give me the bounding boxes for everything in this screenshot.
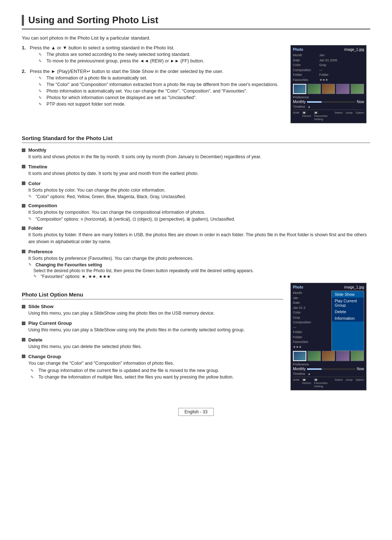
device-key-2: ■ — [302, 379, 306, 381]
sort-composition-subnote: "Composition" options: ≡ (horizontal), ⊞… — [36, 217, 235, 222]
photo-ui-header-2: Photo image_1.jpg — [293, 285, 364, 289]
intro-text: You can sort photos in the Photo List by… — [22, 35, 370, 41]
sort-composition-name: Composition — [28, 203, 57, 208]
thumb2-5 — [351, 351, 364, 361]
info-comp: — — [319, 68, 345, 73]
footer2-jump: Jump — [346, 378, 353, 388]
photo-label-1: Photo — [293, 48, 303, 52]
menu-slideshow: Slide Show — [332, 291, 364, 298]
opt-play-current-desc: Using this menu, you can play a SlideSho… — [28, 327, 283, 334]
step-1-content: Press the ▲ or ▼ button to select a sort… — [30, 45, 204, 65]
photo-thumbnails-1 — [293, 84, 364, 94]
photo-label-2: Photo — [293, 285, 303, 289]
timeline-row: Timeline ▲ — [293, 105, 364, 109]
page-footer: English - 33 — [22, 408, 370, 416]
sort-folder: Folder It Sorts photos by folder. If the… — [22, 225, 370, 245]
footer2-option: Option — [355, 378, 364, 388]
timeline-row-2: Timeline ▲ — [293, 372, 364, 376]
photo-ui-box-2: Photo image_1.jpg Month Jan Date Jan 01 … — [290, 283, 367, 390]
note-icon-5: ✎ — [38, 89, 44, 94]
fav-key: ■ — [314, 111, 318, 114]
photo-ui2-main: Month Jan Date Jan 01 2 Color Gray Compo… — [293, 291, 364, 351]
menu-play-current: Play Current Group — [332, 298, 364, 308]
thumb-4 — [336, 84, 350, 94]
thumb2-4 — [336, 351, 350, 361]
footer-select: Select — [335, 111, 343, 121]
sort-pref-note2-text: Select the desired photo in the Photo li… — [33, 268, 254, 273]
cg-note-icon-2: ✎ — [30, 375, 36, 380]
progress-bar-1 — [307, 101, 355, 103]
bullet-square-composition — [22, 204, 25, 208]
monthly-bar-2: Monthly Now — [293, 367, 364, 371]
step-2-note-2: ✎ The "Color" and "Composition" informat… — [38, 82, 278, 87]
option-menu-content: Photo List Option Menu Slide Show Using … — [22, 283, 370, 393]
pref-note-icon1: ✎ — [28, 262, 33, 267]
pref-note-icon2: ✎ — [33, 274, 38, 279]
opt-play-current-title: Play Current Group — [22, 320, 283, 326]
sort-pref-note3-text: "Favourites" options: ★, ★★, ★★★ — [41, 274, 111, 279]
timeline-label: Timeline — [293, 105, 305, 109]
opt-delete-desc: Using this menu, you can delete the sele… — [28, 343, 283, 350]
opt-play-current: Play Current Group Using this menu, you … — [22, 320, 283, 334]
bullet-square-pc — [22, 322, 25, 325]
footer-badge: English - 33 — [178, 408, 213, 416]
sort-pref-note2: Select the desired photo in the Photo li… — [33, 268, 370, 273]
info2-month: Jan — [293, 296, 318, 301]
info-fav: ★★★ — [319, 78, 345, 83]
opt-cg-note-1-text: The group information of the current fil… — [38, 368, 219, 373]
opt-cg-note-2-text: To change the information of multiple fi… — [38, 375, 234, 380]
sort-monthly: Monthly It sorts and shows photos in the… — [22, 147, 370, 160]
info-color: Gray — [319, 63, 345, 68]
step-1-note-1-text: The photos are sorted according to the n… — [46, 52, 191, 57]
footer-fav: ■ Favourites Setting — [314, 111, 331, 121]
info2-comp: — — [293, 325, 318, 330]
photo-filename-2: image_1.jpg — [344, 285, 364, 289]
sort-pref-note3: ✎ "Favourites" options: ★, ★★, ★★★ — [33, 274, 370, 279]
sort-color-desc: It Sorts photos by color. You can change… — [28, 187, 370, 194]
now-label: Now — [357, 100, 364, 104]
thumb2-3 — [322, 351, 335, 361]
sort-timeline-name: Timeline — [28, 164, 48, 169]
sort-folder-name: Folder — [28, 225, 43, 231]
opt-slideshow-title: Slide Show — [22, 304, 283, 309]
cg-note-icon-1: ✎ — [30, 368, 36, 373]
thumb2-2 — [307, 351, 321, 361]
sort-folder-title: Folder — [22, 225, 370, 231]
sort-folder-desc: It Sorts photos by folder. If there are … — [28, 232, 370, 245]
now-label-2: Now — [357, 367, 364, 371]
info2-fav: ★★★ — [293, 345, 318, 350]
opt-change-group-name: Change Group — [28, 354, 61, 359]
note-icon-6: ✎ — [38, 95, 44, 100]
sort-composition-note: ✎ "Composition" options: ≡ (horizontal),… — [28, 217, 370, 222]
bullet-square-monthly — [22, 148, 25, 152]
info-folder: Folder — [319, 73, 345, 78]
thumb-2 — [307, 84, 321, 94]
thumb-5 — [351, 84, 364, 94]
info2-color: Gray — [293, 315, 318, 320]
bullet-square-ss — [22, 305, 25, 308]
option-menu-left: Photo List Option Menu Slide Show Using … — [22, 283, 283, 393]
footer-option: Option — [355, 111, 364, 121]
progress-fill-1 — [307, 101, 322, 103]
info-date: Jan 01 2006 — [319, 58, 345, 63]
footer-device: ■ Device — [302, 111, 311, 121]
photo-ui-box-1: Photo image_1.jpg Month Jan Date Jan 01 … — [290, 45, 367, 123]
sort-preference-desc: It Sorts photos by preference (Favourite… — [28, 255, 370, 262]
sort-timeline-title: Timeline — [22, 164, 370, 169]
opt-slideshow-name: Slide Show — [28, 304, 53, 309]
step-2-note-2-text: The "Color" and "Composition" informatio… — [46, 82, 278, 87]
photo-filename-1: image_1.jpg — [344, 48, 364, 52]
monthly-label: Monthly — [293, 100, 306, 104]
step-2-notes: ✎ The information of a photo file is aut… — [38, 75, 278, 107]
bullet-square-folder — [22, 226, 25, 230]
step-1-note-2: ✎ To move to the previous/next group, pr… — [38, 58, 204, 64]
note-icon-3: ✎ — [38, 76, 44, 81]
pref-label-1: Preference — [293, 95, 364, 99]
photo-menu-overlay: Slide Show Play Current Group Delete Inf… — [331, 291, 364, 351]
pref-label-2: Preference — [293, 363, 364, 366]
step-2-note-5-text: PTP does not support folder sort mode. — [46, 102, 126, 107]
bullet-square-color — [22, 181, 25, 185]
thumb-1 — [293, 84, 306, 94]
opt-change-group: Change Group You can change the "Color" … — [22, 354, 283, 380]
photo-info-2: Month Jan Date Jan 01 2 Color Gray Compo… — [293, 291, 329, 349]
